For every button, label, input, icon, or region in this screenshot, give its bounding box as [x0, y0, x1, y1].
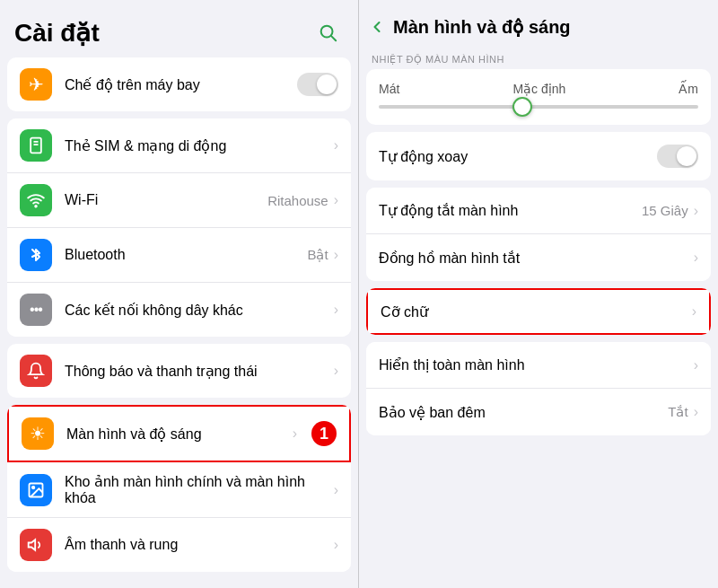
auto-rotate-toggle[interactable]	[657, 145, 698, 168]
display-label: Màn hình và độ sáng	[66, 426, 293, 443]
group-font: Cỡ chữ ›	[366, 288, 711, 335]
font-size-chevron: ›	[692, 303, 696, 320]
wifi-value: Ritahouse	[267, 193, 328, 208]
night-protect-value: Tắt	[668, 404, 687, 420]
right-header: Màn hình và độ sáng	[359, 0, 718, 47]
bluetooth-icon	[20, 239, 52, 271]
settings-list: ✈ Chế độ trên máy bay Thẻ SIM & mạng di …	[0, 57, 358, 588]
bluetooth-label: Bluetooth	[65, 247, 307, 263]
full-screen-chevron: ›	[694, 357, 698, 373]
clock-off-chevron: ›	[694, 250, 698, 266]
wallpaper-chevron: ›	[334, 482, 338, 498]
color-temp-group: Mát Mặc định Ấm	[366, 69, 711, 125]
group-screen-off: Tự động tắt màn hình 15 Giây › Đồng hồ m…	[366, 188, 711, 281]
right-content: NHIỆT ĐỘ MÀU MÀN HÌNH Mát Mặc định Ấm Tự…	[359, 47, 718, 588]
step1-badge: 1	[311, 421, 337, 446]
bluetooth-value: Bật	[307, 247, 328, 263]
right-title: Màn hình và độ sáng	[393, 16, 571, 38]
svg-point-5	[35, 206, 37, 207]
left-panel: Cài đặt ✈ Chế độ trên máy bay	[0, 0, 359, 588]
item-bluetooth[interactable]: Bluetooth Bật ›	[7, 228, 351, 283]
item-sim[interactable]: Thẻ SIM & mạng di động ›	[7, 118, 351, 173]
wifi-label: Wi-Fi	[65, 192, 267, 208]
left-header: Cài đặt	[0, 0, 358, 57]
item-auto-off[interactable]: Tự động tắt màn hình 15 Giây ›	[366, 188, 711, 234]
back-button[interactable]	[368, 18, 386, 36]
group-airplane: ✈ Chế độ trên máy bay	[7, 57, 351, 111]
item-sound[interactable]: Âm thanh và rung ›	[7, 518, 351, 572]
right-panel: Màn hình và độ sáng NHIỆT ĐỘ MÀU MÀN HÌN…	[359, 0, 718, 588]
auto-off-chevron: ›	[694, 203, 698, 219]
auto-off-value: 15 Giây	[642, 203, 688, 218]
night-protect-label: Bảo vệ ban đêm	[379, 404, 668, 421]
sim-chevron: ›	[334, 137, 338, 154]
item-font-size[interactable]: Cỡ chữ ›	[366, 288, 711, 335]
auto-rotate-label: Tự động xoay	[379, 148, 657, 165]
night-protect-chevron: ›	[694, 404, 698, 420]
group-display-options: Hiển thị toàn màn hình › Bảo vệ ban đêm …	[366, 342, 711, 435]
svg-line-1	[331, 36, 336, 40]
airplane-icon: ✈	[20, 68, 52, 101]
item-notifications[interactable]: Thông báo và thanh trạng thái ›	[7, 344, 351, 398]
svg-point-7	[32, 486, 35, 488]
font-size-label: Cỡ chữ	[381, 303, 692, 320]
full-screen-label: Hiển thị toàn màn hình	[379, 356, 694, 373]
item-airplane[interactable]: ✈ Chế độ trên máy bay	[7, 57, 351, 111]
group-auto-rotate: Tự động xoay	[366, 132, 711, 180]
color-temp-slider[interactable]	[379, 105, 698, 109]
bluetooth-chevron: ›	[334, 247, 338, 263]
color-temp-warm: Ấm	[679, 82, 698, 96]
airplane-toggle[interactable]	[297, 73, 338, 96]
slider-thumb[interactable]	[512, 97, 532, 117]
wifi-icon	[20, 184, 52, 216]
color-temp-default: Mặc định	[512, 82, 565, 96]
item-connections[interactable]: ••• Các kết nối không dây khác ›	[7, 283, 351, 337]
search-icon	[318, 22, 337, 42]
notifications-chevron: ›	[334, 363, 338, 379]
sound-label: Âm thanh và rung	[65, 537, 334, 553]
item-display[interactable]: ☀ Màn hình và độ sáng › 1	[7, 405, 351, 462]
auto-off-label: Tự động tắt màn hình	[379, 202, 642, 219]
sim-label: Thẻ SIM & mạng di động	[65, 137, 334, 154]
display-chevron: ›	[293, 426, 297, 442]
left-title: Cài đặt	[14, 18, 100, 48]
connections-chevron: ›	[334, 302, 338, 318]
group-display: ☀ Màn hình và độ sáng › 1 Kho ảnh màn hì…	[7, 405, 351, 572]
connections-icon: •••	[20, 294, 52, 326]
search-button[interactable]	[311, 16, 344, 48]
group-notifications: Thông báo và thanh trạng thái ›	[7, 344, 351, 398]
item-wallpaper[interactable]: Kho ảnh màn hình chính và màn hình khóa …	[7, 462, 351, 518]
sound-icon	[20, 529, 52, 561]
wallpaper-icon	[20, 474, 52, 506]
wifi-chevron: ›	[334, 192, 338, 208]
wallpaper-label: Kho ảnh màn hình chính và màn hình khóa	[65, 473, 334, 506]
color-temp-header: NHIỆT ĐỘ MÀU MÀN HÌNH	[366, 47, 711, 69]
sound-chevron: ›	[334, 537, 338, 553]
airplane-label: Chế độ trên máy bay	[65, 76, 297, 93]
item-night-protect[interactable]: Bảo vệ ban đêm Tắt ›	[366, 389, 711, 435]
display-icon: ☀	[22, 417, 54, 450]
svg-marker-8	[29, 540, 36, 550]
notifications-icon	[20, 355, 52, 387]
item-full-screen[interactable]: Hiển thị toàn màn hình ›	[366, 342, 711, 389]
item-auto-rotate[interactable]: Tự động xoay	[366, 132, 711, 180]
color-temp-cool: Mát	[379, 82, 399, 96]
sim-icon	[20, 129, 52, 162]
notifications-label: Thông báo và thanh trạng thái	[65, 363, 334, 380]
group-network: Thẻ SIM & mạng di động › Wi-Fi Ritahouse…	[7, 118, 351, 337]
item-clock-off[interactable]: Đồng hồ màn hình tắt › 2	[366, 234, 711, 281]
connections-label: Các kết nối không dây khác	[65, 302, 334, 319]
item-wifi[interactable]: Wi-Fi Ritahouse ›	[7, 173, 351, 228]
clock-off-label: Đồng hồ màn hình tắt	[379, 250, 694, 267]
